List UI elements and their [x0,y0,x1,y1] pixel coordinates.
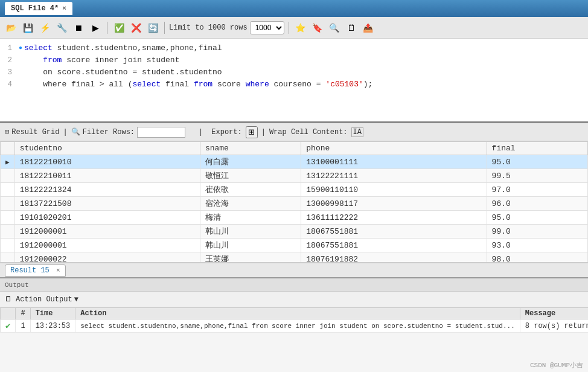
col-phone[interactable]: phone [301,142,487,155]
filter-input[interactable] [137,127,185,138]
cell-phone: 15900110110 [301,183,487,197]
result-tab-label: Result 15 [10,266,50,275]
table-row[interactable]: 1912000001 韩山川 18067551881 99.0 [1,225,588,239]
col-final[interactable]: final [487,142,587,155]
open-button[interactable]: 📂 [4,21,18,35]
table-row[interactable]: 1912000001 韩山川 18067551881 93.0 [1,239,588,252]
line-number-3: 3 [0,66,17,79]
cell-final: 95.0 [487,211,587,225]
export-icon-button[interactable]: ⊞ [246,126,258,138]
cell-final: 99.0 [487,225,587,239]
limit-label: Limit to 1000 rows [169,24,248,32]
cell-studentno: 19101020201 [14,211,200,225]
output-table-wrap: # Time Action Message ✔ 1 13:23:53 selec… [0,307,588,333]
output-col-message: Message [520,308,588,319]
sql-code-4: where final > all (select final from sco… [24,79,588,91]
cell-sname: 韩山川 [200,225,301,239]
cell-studentno: 18122221324 [14,183,200,197]
sql-file-tab[interactable]: SQL File 4* × [5,2,72,15]
cell-studentno: 18137221508 [14,197,200,211]
line-number-1: 1 [0,42,17,54]
cell-studentno: 1912000022 [14,252,200,263]
action-output-dropdown[interactable]: Action Output ▼ [16,295,78,304]
output-num: 1 [16,319,30,333]
cell-final: 98.0 [487,252,587,263]
tab-close-button[interactable]: × [62,5,66,12]
table-row[interactable]: 18122210011 敬恒江 13122221111 99.5 [1,169,588,183]
commit-button[interactable]: ✅ [112,21,126,35]
col-studentno[interactable]: studentno [14,142,200,155]
line-number-4: 4 [0,79,17,91]
dropdown-chevron-icon: ▼ [74,295,78,304]
line-dot-1: ● [17,42,24,54]
rollback-button[interactable]: ❌ [129,21,143,35]
cell-studentno: 1912000001 [14,239,200,252]
result-tab-close[interactable]: × [56,267,60,274]
cell-phone: 13100001111 [301,155,487,169]
cell-phone: 13611112222 [301,211,487,225]
output-panel: Output 🗒 Action Output ▼ # Time Action M… [0,277,588,372]
format-button[interactable]: 🗒 [344,21,359,35]
save-button[interactable]: 💾 [21,21,35,35]
result-panel: ⊞ Result Grid | 🔍 Filter Rows: | Export:… [0,123,588,263]
toggle-button[interactable]: 🔄 [145,21,160,35]
execute-current-button[interactable]: ▶ [88,21,103,35]
execute-button[interactable]: ⚡ [37,21,52,35]
toolbar-separator-2 [164,22,165,34]
bookmark-button[interactable]: 🔖 [310,21,325,35]
cell-sname: 敬恒江 [200,169,301,183]
sql-line-4: 4 where final > all (select final from s… [0,79,588,91]
table-row[interactable]: 18122221324 崔依歌 15900110110 97.0 [1,183,588,197]
result-grid-tab[interactable]: ⊞ Result Grid [5,127,59,136]
cell-studentno: 1912000001 [14,225,200,239]
row-arrow-cell: ▶ [1,155,15,169]
table-row[interactable]: 1912000022 王英娜 18076191882 98.0 [1,252,588,263]
line-number-2: 2 [0,54,17,66]
result-tab-15[interactable]: Result 15 × [5,265,66,277]
output-table: # Time Action Message ✔ 1 13:23:53 selec… [0,307,588,333]
output-toolbar: 🗒 Action Output ▼ [0,292,588,307]
export-button[interactable]: 📤 [361,21,375,35]
toolbar-separator [107,22,107,34]
output-row: ✔ 1 13:23:53 select student.studentno,sn… [1,319,589,333]
cell-sname: 宿沧海 [200,197,301,211]
table-row[interactable]: 18137221508 宿沧海 13000998117 96.0 [1,197,588,211]
sql-line-3: 3 on score.studentno = student.studentno [0,66,588,79]
explain-button[interactable]: 🔧 [54,21,69,35]
cell-studentno: 18122210011 [14,169,200,183]
table-row[interactable]: 19101020201 梅清 13611112222 95.0 [1,211,588,225]
sql-line-1: 1 ● select student.studentno,sname,phone… [0,42,588,54]
col-sname[interactable]: sname [200,142,301,155]
output-title-bar: Output [0,278,588,292]
search-button[interactable]: 🔍 [327,21,342,35]
action-output-label: Action Output [16,295,72,304]
toolbar-sep-3: | [261,128,266,136]
sql-editor[interactable]: 1 ● select student.studentno,sname,phone… [0,39,588,123]
result-grid-label: Result Grid [11,128,59,136]
result-table: studentno sname phone final ▶ 1812221001… [0,141,588,262]
table-row[interactable]: ▶ 18122210010 何白露 13100001111 95.0 [1,155,588,169]
filter-icon: 🔍 [71,127,80,136]
result-table-wrap: studentno sname phone final ▶ 1812221001… [0,141,588,262]
cell-sname: 韩山川 [200,239,301,252]
cell-studentno: 18122210010 [14,155,200,169]
star-button[interactable]: ⭐ [293,21,308,35]
tab-label: SQL File 4* [11,4,59,13]
toolbar-sep: | [63,128,67,136]
cell-final: 97.0 [487,183,587,197]
output-col-time: Time [30,308,75,319]
grid-icon: ⊞ [5,127,9,136]
wrap-label: Wrap Cell Content: [269,128,348,136]
limit-select[interactable]: 1000 500 200 [250,21,284,34]
output-col-hash: # [16,308,30,319]
cell-phone: 13122221111 [301,169,487,183]
stop-button[interactable]: ⏹ [71,21,86,35]
row-arrow-cell [1,197,15,211]
output-col-num [1,308,16,319]
output-action: select student.studentno,sname,phone,fin… [75,319,520,333]
main-toolbar: 📂 💾 ⚡ 🔧 ⏹ ▶ ✅ ❌ 🔄 Limit to 1000 rows 100… [0,17,588,39]
output-message: 8 row(s) returned [520,319,588,333]
output-header-row: # Time Action Message [1,308,589,319]
output-col-action: Action [75,308,520,319]
toolbar-separator-3 [289,22,289,34]
